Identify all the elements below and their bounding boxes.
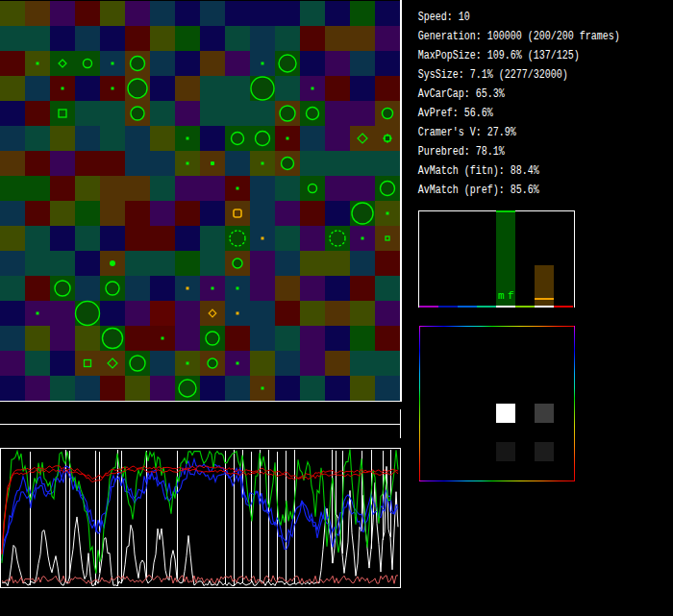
svg-text:Cramer's V: 27.9%: Cramer's V: 27.9% [418,126,517,139]
svg-text:m f: m f [498,290,514,302]
svg-text:AvPref: 56.6%: AvPref: 56.6% [418,107,494,120]
svg-text:SysSize: 7.1% (2277/32000): SysSize: 7.1% (2277/32000) [418,68,568,82]
svg-text:Generation: 100000 (200/200 fr: Generation: 100000 (200/200 frames) [418,30,620,43]
svg-text:AvCarCap: 65.3%: AvCarCap: 65.3% [418,87,506,101]
svg-text:Purebred: 78.1%: Purebred: 78.1% [418,145,506,159]
svg-text:AvMatch (pref): 85.6%: AvMatch (pref): 85.6% [418,184,540,197]
svg-text:MaxPopSize: 109.6% (137/125): MaxPopSize: 109.6% (137/125) [418,49,580,62]
svg-text:AvMatch (fitn): 88.4%: AvMatch (fitn): 88.4% [418,164,540,178]
svg-text:Speed: 10: Speed: 10 [418,11,470,24]
